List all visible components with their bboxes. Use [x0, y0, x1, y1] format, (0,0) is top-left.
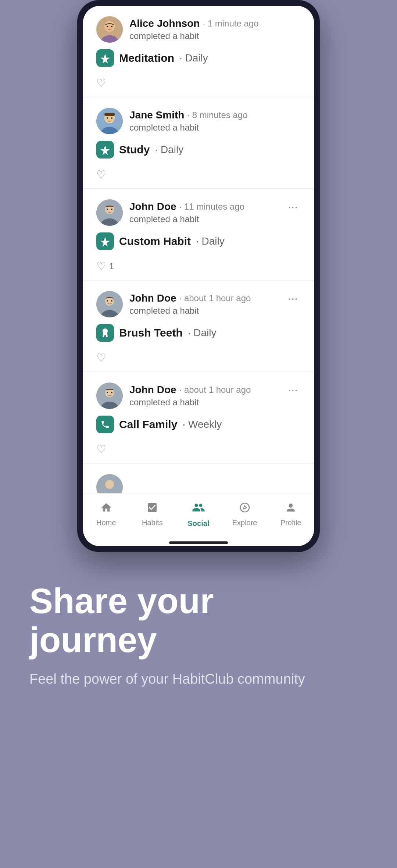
feed-item: John Doe · about 1 hour ago completed a …: [83, 281, 314, 372]
user-info: Jane Smith · 8 minutes ago completed a h…: [129, 109, 248, 133]
habit-name: Brush Teeth: [119, 327, 183, 339]
habit-icon: [96, 141, 114, 159]
habit-chip: Meditation · Daily: [96, 49, 208, 67]
user-info: John Doe · 11 minutes ago completed a ha…: [129, 201, 244, 224]
svg-point-27: [111, 392, 112, 393]
completed-text: completed a habit: [129, 397, 251, 408]
time-ago: · 11 minutes ago: [179, 202, 244, 212]
avatar: [96, 199, 123, 226]
habit-icon: [96, 416, 114, 433]
svg-point-17: [111, 209, 112, 210]
heart-icon[interactable]: ♡: [96, 443, 106, 456]
social-icon: [192, 501, 205, 517]
svg-point-29: [105, 480, 114, 489]
habit-name: Study: [119, 143, 150, 156]
feed-user-row: Jane Smith · 8 minutes ago completed a h…: [96, 108, 248, 134]
profile-icon: [285, 502, 297, 516]
explore-icon: [239, 502, 251, 516]
phone-shell: Alice Johnson · 1 minute ago completed a…: [77, 0, 320, 552]
subtext: Feel the power of your HabitClub communi…: [29, 669, 368, 689]
more-options-button[interactable]: ···: [285, 199, 301, 214]
nav-label-social: Social: [188, 519, 210, 528]
home-icon: [100, 502, 112, 516]
heart-icon[interactable]: ♡: [96, 351, 106, 364]
completed-text: completed a habit: [129, 31, 258, 41]
habit-icon: [96, 49, 114, 67]
like-row: ♡: [96, 75, 301, 89]
nav-label-profile: Profile: [280, 519, 301, 527]
more-options-button[interactable]: ···: [285, 291, 301, 306]
home-bar: [169, 541, 228, 544]
user-name: Alice Johnson: [129, 18, 200, 29]
headline-line1: Share your: [29, 581, 368, 620]
user-name-row: Jane Smith · 8 minutes ago: [129, 109, 248, 121]
user-name-row: Alice Johnson · 1 minute ago: [129, 18, 258, 29]
like-row: ♡ 1: [96, 258, 301, 273]
svg-point-22: [111, 300, 112, 302]
time-ago: · about 1 hour ago: [179, 385, 251, 395]
avatar: [96, 291, 123, 317]
like-count: 1: [109, 261, 114, 271]
avatar: [96, 383, 123, 409]
user-name-row: John Doe · about 1 hour ago: [129, 384, 251, 396]
bottom-nav: Home Habits Social: [83, 493, 314, 539]
user-name-row: John Doe · about 1 hour ago: [129, 292, 251, 304]
nav-item-profile[interactable]: Profile: [272, 502, 309, 527]
avatar: [96, 108, 123, 134]
habit-icon: [96, 232, 114, 250]
feed-user-row: John Doe · about 1 hour ago completed a …: [96, 383, 251, 409]
feed-header: Alice Johnson · 1 minute ago completed a…: [96, 16, 301, 43]
habits-icon: [146, 502, 158, 516]
phone-screen: Alice Johnson · 1 minute ago completed a…: [83, 6, 314, 546]
nav-item-home[interactable]: Home: [88, 502, 125, 527]
habit-name: Custom Habit: [119, 235, 191, 248]
like-row: ♡: [96, 441, 301, 456]
user-info: John Doe · about 1 hour ago completed a …: [129, 292, 251, 316]
heart-icon[interactable]: ♡: [96, 168, 106, 181]
completed-text: completed a habit: [129, 122, 248, 133]
feed-header: Jane Smith · 8 minutes ago completed a h…: [96, 108, 301, 134]
headline: Share your journey: [29, 581, 368, 659]
svg-rect-12: [104, 113, 115, 116]
like-row: ♡: [96, 350, 301, 364]
habit-freq: · Daily: [179, 52, 208, 64]
nav-label-home: Home: [96, 519, 116, 527]
feed-header: John Doe · about 1 hour ago completed a …: [96, 291, 301, 317]
completed-text: completed a habit: [129, 214, 244, 224]
user-name-row: John Doe · 11 minutes ago: [129, 201, 244, 213]
user-name: John Doe: [129, 292, 176, 304]
feed-user-row: John Doe · 11 minutes ago completed a ha…: [96, 199, 244, 226]
heart-icon[interactable]: ♡: [96, 77, 106, 89]
feed-header: John Doe · 11 minutes ago completed a ha…: [96, 199, 301, 226]
user-name: John Doe: [129, 201, 176, 213]
time-ago: · 1 minute ago: [203, 18, 258, 29]
time-ago: · 8 minutes ago: [187, 110, 247, 120]
svg-point-16: [107, 209, 108, 210]
habit-icon: [96, 324, 114, 342]
nav-item-explore[interactable]: Explore: [226, 502, 263, 527]
feed-user-row: Alice Johnson · 1 minute ago completed a…: [96, 16, 258, 43]
habit-chip: Brush Teeth · Daily: [96, 324, 217, 342]
habit-chip: Call Family · Weekly: [96, 416, 222, 433]
feed-user-row: John Doe · about 1 hour ago completed a …: [96, 291, 251, 317]
svg-point-4: [107, 26, 108, 27]
like-row: ♡: [96, 167, 301, 181]
svg-point-5: [111, 26, 112, 27]
screen-content: Alice Johnson · 1 minute ago completed a…: [83, 6, 314, 546]
user-name: John Doe: [129, 384, 176, 396]
habit-name: Call Family: [119, 418, 177, 431]
svg-point-11: [111, 117, 112, 119]
habit-freq: · Weekly: [182, 419, 222, 430]
habit-chip: Study · Daily: [96, 141, 183, 159]
svg-point-26: [107, 392, 108, 393]
feed-item: Alice Johnson · 1 minute ago completed a…: [83, 6, 314, 97]
heart-icon[interactable]: ♡: [96, 260, 106, 273]
nav-item-social[interactable]: Social: [180, 501, 217, 528]
user-info: Alice Johnson · 1 minute ago completed a…: [129, 18, 258, 41]
nav-item-habits[interactable]: Habits: [134, 502, 171, 527]
nav-label-habits: Habits: [142, 519, 163, 527]
feed-header: John Doe · about 1 hour ago completed a …: [96, 383, 301, 409]
habit-chip: Custom Habit · Daily: [96, 232, 225, 250]
more-options-button[interactable]: ···: [285, 383, 301, 397]
user-name: Jane Smith: [129, 109, 184, 121]
